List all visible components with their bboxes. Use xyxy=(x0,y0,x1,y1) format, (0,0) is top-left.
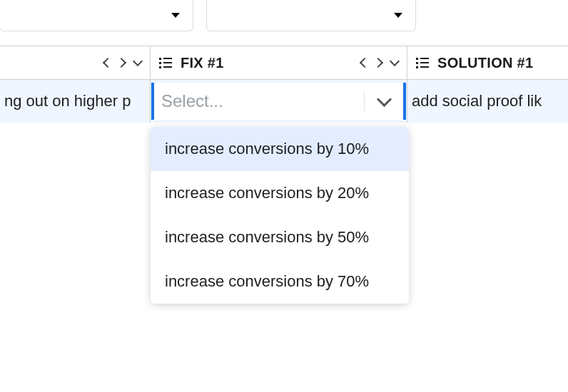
list-icon xyxy=(159,58,172,68)
select-divider xyxy=(364,91,365,111)
select-dropdown: increase conversions by 10% increase con… xyxy=(151,127,409,304)
column-label-fix: FIX #1 xyxy=(181,55,224,71)
cell-fix-column: Select... xyxy=(151,80,407,123)
chevron-left-icon[interactable] xyxy=(103,58,110,68)
cell-solution-column[interactable]: add social proof lik xyxy=(407,80,568,123)
select-placeholder: Select... xyxy=(161,91,223,111)
cell-prev-column[interactable]: ng out on higher p xyxy=(0,80,151,123)
chevron-left-icon[interactable] xyxy=(360,58,367,68)
caret-down-icon xyxy=(171,13,180,18)
chevron-down-icon[interactable] xyxy=(391,59,398,66)
chevron-right-icon[interactable] xyxy=(118,58,126,68)
cell-text: ng out on higher p xyxy=(4,92,131,110)
column-header-row: FIX #1 SOLUTION #1 xyxy=(0,46,568,80)
chevron-right-icon[interactable] xyxy=(375,58,382,68)
column-header-fix: FIX #1 xyxy=(151,46,407,79)
dropdown-option[interactable]: increase conversions by 10% xyxy=(151,127,409,171)
select-input[interactable]: Select... xyxy=(151,83,406,120)
column-header-solution: SOLUTION #1 xyxy=(407,46,568,79)
chevron-down-icon[interactable] xyxy=(377,97,392,105)
list-icon xyxy=(416,58,429,68)
cell-text: add social proof lik xyxy=(412,92,542,110)
column-header-prev xyxy=(0,46,151,79)
dropdown-option[interactable]: increase conversions by 20% xyxy=(151,171,409,215)
chevron-down-icon[interactable] xyxy=(134,59,141,66)
caret-down-icon xyxy=(394,13,402,18)
dropdown-option[interactable]: increase conversions by 50% xyxy=(151,215,409,259)
top-filter-2[interactable] xyxy=(206,0,416,31)
dropdown-option[interactable]: increase conversions by 70% xyxy=(151,259,409,304)
top-filter-1[interactable] xyxy=(0,0,193,31)
column-label-solution: SOLUTION #1 xyxy=(437,55,533,71)
table-row: ng out on higher p Select... add social … xyxy=(0,80,568,123)
